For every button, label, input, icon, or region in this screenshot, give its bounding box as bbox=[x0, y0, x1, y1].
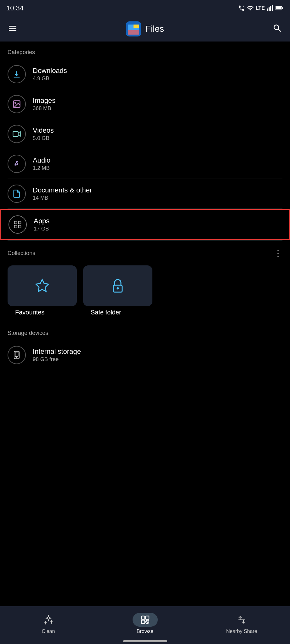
svg-point-26 bbox=[16, 357, 17, 358]
apps-name: Apps bbox=[34, 217, 49, 225]
safe-folder-card[interactable] bbox=[83, 265, 152, 306]
app-bar-center: Files bbox=[126, 21, 164, 36]
app-title: Files bbox=[145, 24, 164, 34]
category-images[interactable]: Images 368 MB bbox=[0, 89, 290, 119]
browse-icon-bg bbox=[133, 613, 158, 627]
signal-icon bbox=[267, 5, 274, 12]
svg-rect-17 bbox=[14, 221, 17, 224]
category-downloads[interactable]: Downloads 4.9 GB bbox=[0, 59, 290, 89]
svg-rect-3 bbox=[272, 5, 273, 11]
audio-info: Audio 1.2 MB bbox=[33, 156, 50, 171]
svg-rect-28 bbox=[145, 616, 149, 619]
browse-icon bbox=[140, 615, 150, 625]
images-name: Images bbox=[33, 97, 55, 105]
videos-name: Videos bbox=[33, 126, 54, 135]
svg-point-23 bbox=[117, 288, 118, 289]
downloads-name: Downloads bbox=[33, 67, 67, 75]
download-icon bbox=[12, 70, 21, 79]
svg-marker-21 bbox=[36, 280, 48, 291]
svg-point-16 bbox=[14, 164, 16, 166]
clean-label: Clean bbox=[42, 629, 55, 634]
menu-button[interactable] bbox=[8, 23, 18, 35]
downloads-size: 4.9 GB bbox=[33, 75, 67, 82]
collections-grid: Favourites Safe folder bbox=[0, 262, 290, 322]
wifi-icon bbox=[247, 5, 254, 12]
categories-section-header: Categories bbox=[0, 42, 290, 59]
files-app-icon bbox=[126, 21, 141, 36]
svg-rect-5 bbox=[282, 7, 283, 9]
phone-icon bbox=[12, 351, 21, 359]
collection-safe-folder[interactable]: Safe folder bbox=[83, 265, 152, 316]
category-apps[interactable]: Apps 17 GB bbox=[1, 210, 289, 239]
svg-rect-20 bbox=[18, 225, 21, 228]
more-vert-button[interactable]: ⋮ bbox=[274, 248, 282, 258]
svg-point-12 bbox=[15, 102, 16, 103]
nearby-share-label: Nearby Share bbox=[226, 629, 257, 634]
svg-point-15 bbox=[16, 163, 18, 165]
sparkles-icon bbox=[43, 615, 54, 625]
storage-internal[interactable]: Internal storage 98 GB free bbox=[0, 340, 290, 370]
nearby-share-icon bbox=[237, 615, 247, 625]
documents-icon-circle bbox=[8, 185, 26, 203]
search-icon bbox=[272, 23, 282, 33]
category-documents[interactable]: Documents & other 14 MB bbox=[0, 179, 290, 208]
svg-marker-10 bbox=[128, 30, 139, 35]
videos-icon-circle bbox=[8, 125, 26, 143]
category-audio[interactable]: Audio 1.2 MB bbox=[0, 149, 290, 179]
images-icon-circle bbox=[8, 95, 26, 113]
video-icon bbox=[12, 130, 21, 138]
main-content: Categories Downloads 4.9 GB Images 368 M… bbox=[0, 42, 290, 408]
svg-rect-19 bbox=[14, 225, 17, 228]
apps-info: Apps 17 GB bbox=[34, 217, 49, 232]
safe-folder-label: Safe folder bbox=[83, 309, 152, 316]
svg-rect-1 bbox=[269, 7, 270, 11]
svg-marker-9 bbox=[134, 25, 139, 28]
svg-rect-25 bbox=[15, 352, 18, 357]
nav-clean[interactable]: Clean bbox=[0, 613, 97, 634]
svg-rect-27 bbox=[141, 616, 145, 619]
phone-icon-circle bbox=[8, 346, 26, 364]
audio-size: 1.2 MB bbox=[33, 165, 50, 171]
bottom-nav: Clean Browse Nearby Share bbox=[0, 606, 290, 644]
documents-info: Documents & other 14 MB bbox=[33, 186, 92, 201]
status-bar: 10:34 LTE bbox=[0, 0, 290, 16]
videos-info: Videos 5.0 GB bbox=[33, 126, 54, 142]
svg-rect-6 bbox=[276, 7, 281, 9]
call-icon bbox=[238, 5, 245, 12]
audio-name: Audio bbox=[33, 156, 50, 164]
nearby-share-icon-container bbox=[229, 613, 254, 627]
apps-icon-circle bbox=[9, 215, 27, 234]
search-button[interactable] bbox=[272, 23, 282, 35]
lte-indicator: LTE bbox=[256, 5, 265, 11]
browse-label: Browse bbox=[137, 629, 153, 634]
svg-rect-29 bbox=[141, 620, 145, 624]
app-bar: Files bbox=[0, 16, 290, 42]
storage-devices-section-header: Storage devices bbox=[0, 322, 290, 340]
clean-icon-container bbox=[36, 613, 61, 627]
images-info: Images 368 MB bbox=[33, 97, 55, 112]
home-indicator bbox=[123, 640, 167, 642]
category-videos[interactable]: Videos 5.0 GB bbox=[0, 119, 290, 149]
nav-nearby-share[interactable]: Nearby Share bbox=[193, 613, 290, 634]
videos-size: 5.0 GB bbox=[33, 135, 54, 142]
hamburger-icon bbox=[8, 23, 18, 33]
nav-browse[interactable]: Browse bbox=[97, 613, 193, 634]
downloads-icon-circle bbox=[8, 65, 26, 83]
audio-icon-circle bbox=[8, 155, 26, 173]
status-time: 10:34 bbox=[6, 4, 24, 12]
collection-favourites[interactable]: Favourites bbox=[8, 265, 77, 316]
lock-icon bbox=[110, 278, 125, 293]
documents-size: 14 MB bbox=[33, 195, 92, 201]
battery-icon bbox=[276, 5, 284, 12]
star-icon bbox=[35, 278, 50, 293]
favourites-label: Favourites bbox=[8, 309, 77, 316]
svg-marker-14 bbox=[18, 132, 20, 136]
svg-rect-18 bbox=[18, 221, 21, 224]
apps-icon bbox=[13, 220, 22, 229]
images-size: 368 MB bbox=[33, 105, 55, 112]
image-icon bbox=[12, 100, 21, 108]
internal-storage-size: 98 GB free bbox=[33, 356, 81, 363]
status-icons: LTE bbox=[238, 5, 284, 12]
svg-rect-0 bbox=[267, 8, 268, 11]
favourites-card[interactable] bbox=[8, 265, 77, 306]
